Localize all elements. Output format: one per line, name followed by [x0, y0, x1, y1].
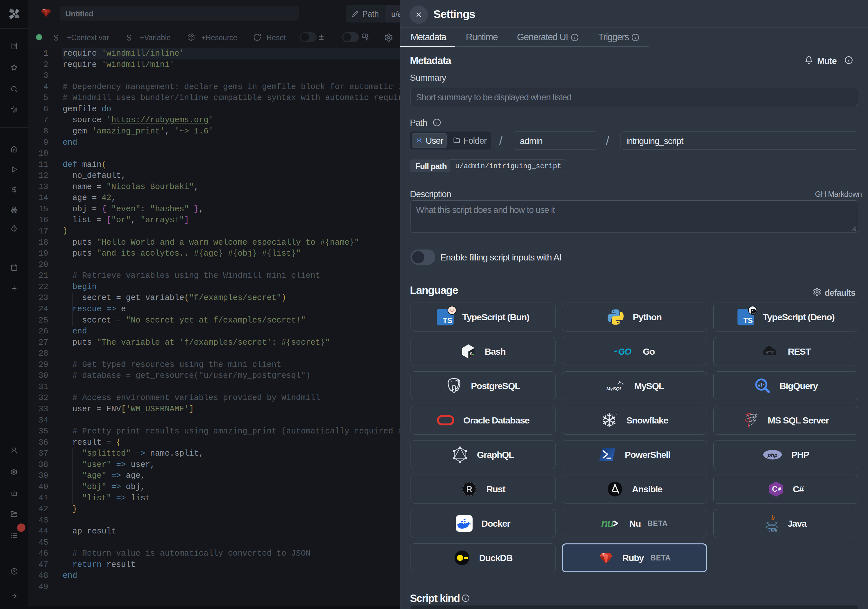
svg-text:TS: TS: [743, 316, 753, 325]
svg-text:GO: GO: [618, 347, 631, 356]
svg-text:MySQL: MySQL: [606, 386, 622, 391]
svg-text:#: #: [778, 486, 781, 492]
svg-text:nu: nu: [601, 517, 614, 529]
svg-text:php: php: [767, 452, 778, 458]
svg-text:TS: TS: [443, 316, 452, 325]
svg-text:HTTP: HTTP: [766, 351, 775, 355]
svg-text:R: R: [467, 485, 472, 494]
svg-text:Java: Java: [768, 528, 777, 532]
svg-text:C: C: [772, 485, 777, 493]
svg-text:$: $: [470, 352, 472, 356]
